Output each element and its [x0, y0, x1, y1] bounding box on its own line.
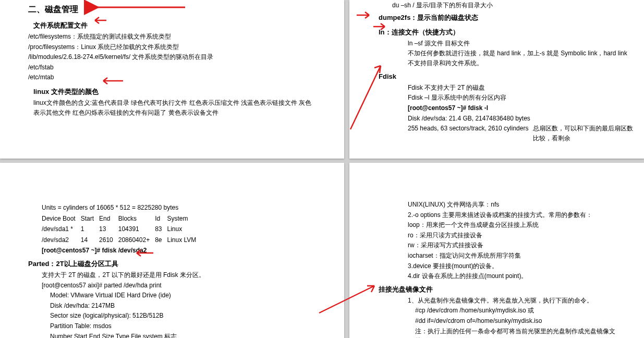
- opt-line: iocharset：指定访问文件系统所用字符集: [408, 251, 634, 261]
- parted-line: Sector size (logical/physical): 512B/512…: [50, 311, 316, 321]
- parted-line: Model: VMware Virtual IDE Hard Drive (id…: [50, 291, 316, 300]
- subheading-color: linux 文件类型的颜色: [33, 87, 316, 97]
- fs-line: /etc/fstab: [28, 63, 316, 73]
- opt-line: 3.device 要挂接(mount)的设备。: [408, 261, 634, 271]
- parted-cmd: [root@centos57 aixi]# parted /dev/hda pr…: [42, 281, 316, 291]
- mount-step: 1、从光盘制作光盘镜像文件。将光盘放入光驱，执行下面的命令。: [408, 296, 634, 306]
- fdisk-line: Disk /dev/sda: 21.4 GB, 21474836480 byte…: [408, 114, 634, 124]
- table-header: Device BootStartEndBlocksIdSystem: [42, 213, 201, 224]
- page-top-left: 二、磁盘管理 文件系统配置文件 /etc/filesystems：系统指定的测试…: [0, 0, 344, 159]
- parted-desc: 支持大于 2T 的磁盘，2T 以下的最好还是用 Fdisk 来分区。: [42, 270, 316, 280]
- fs-line: /etc/filesystems：系统指定的测试挂载文件系统类型: [28, 32, 316, 42]
- heading-disk-mgmt: 二、磁盘管理: [28, 3, 316, 16]
- color-paragraph: linux文件颜色的含义:蓝色代表目录 绿色代表可执行文件 红色表示压缩文件 浅…: [33, 98, 316, 117]
- parted-line: Partition Table: msdos: [50, 321, 316, 331]
- fs-line: /proc/filesystems：Linux 系统已经加载的文件系统类型: [28, 42, 316, 52]
- table-row: /dev/sda1 *11310439183Linux: [42, 224, 201, 235]
- subheading-fdisk: Fdisk: [379, 71, 634, 82]
- subheading-ln: ln：连接文件（快捷方式）: [379, 27, 634, 38]
- table-row: /dev/sda214261020860402+8eLinux LVM: [42, 235, 201, 246]
- fs-line: /etc/mtab: [28, 73, 316, 82]
- opt-line: UNIX(LINUX) 文件网络共享：nfs: [408, 200, 634, 210]
- mount-cmd: #dd if=/dev/cdrom of=/home/sunky/mydisk.…: [415, 316, 634, 326]
- fdisk-line: Fdisk –l 显示系统中的所有分区内容: [408, 93, 634, 103]
- fdisk-geo: 255 heads, 63 sectors/track, 2610 cylind…: [408, 124, 533, 143]
- opt-line: 4.dir 设备在系统上的挂接点(mount point)。: [408, 271, 634, 281]
- fs-line: /lib/modules/2.6.18-274.el5/kernel/fs/ 文…: [28, 52, 316, 62]
- ln-line: 不加任何参数就进行连接，就是 hard link，加上-s 就是 Symboli…: [408, 49, 634, 68]
- page-bottom-right: UNIX(LINUX) 文件网络共享：nfs 2.-o options 主要用来…: [349, 163, 644, 338]
- page-top-right: du –sh / 显示/目录下的所有目录大小 dumpe2fs：显示当前的磁盘状…: [349, 0, 644, 159]
- partition-table: Device BootStartEndBlocksIdSystem /dev/s…: [42, 213, 201, 246]
- subheading-mount-iso: 挂接光盘镜像文件: [379, 284, 634, 295]
- subheading-parted: Parted：2T以上磁盘分区工具: [28, 259, 316, 269]
- fdisk-row: 255 heads, 63 sectors/track, 2610 cylind…: [408, 124, 634, 143]
- du-line: du –sh / 显示/目录下的所有目录大小: [392, 1, 634, 10]
- mount-cmd: #cp /dev/cdrom /home/sunky/mydisk.iso 或: [415, 306, 634, 316]
- parted-line: Disk /dev/hda: 2147MB: [50, 301, 316, 311]
- opt-line: rw：采用读写方式挂接设备: [408, 240, 634, 250]
- parted-header: Number Start End Size Type File system 标…: [50, 332, 316, 338]
- ln-line: ln –sf 源文件 目标文件: [408, 39, 634, 49]
- fdisk-line: [root@centos57 ~]# fdisk -l: [408, 103, 634, 113]
- subheading-dumpe2fs: dumpe2fs：显示当前的磁盘状态: [379, 13, 634, 23]
- subheading-fs-config: 文件系统配置文件: [33, 20, 316, 31]
- cylinders-line: Units = cylinders of 16065 * 512 = 82252…: [42, 203, 316, 213]
- prompt-line: [root@centos57 ~]# fdisk /dev/sda2: [42, 246, 316, 256]
- opt-line: ro：采用只读方式挂接设备: [408, 231, 634, 240]
- fdisk-line: Fdisk 不支持大于 2T 的磁盘: [408, 83, 634, 93]
- opt-line: 2.-o options 主要用来描述设备或档案的挂接方式。常用的参数有：: [408, 210, 634, 220]
- opt-line: loop：用来把一个文件当成硬盘分区挂接上系统: [408, 220, 634, 230]
- fdisk-note: 总扇区数，可以和下面的最后扇区数比较，看剩余: [533, 124, 634, 143]
- page-bottom-left: Units = cylinders of 16065 * 512 = 82252…: [0, 163, 344, 338]
- mount-note: 注：执行上面的任何一条命令都可将当前光驱里的光盘制作成光盘镜像文件/home/s…: [415, 327, 634, 338]
